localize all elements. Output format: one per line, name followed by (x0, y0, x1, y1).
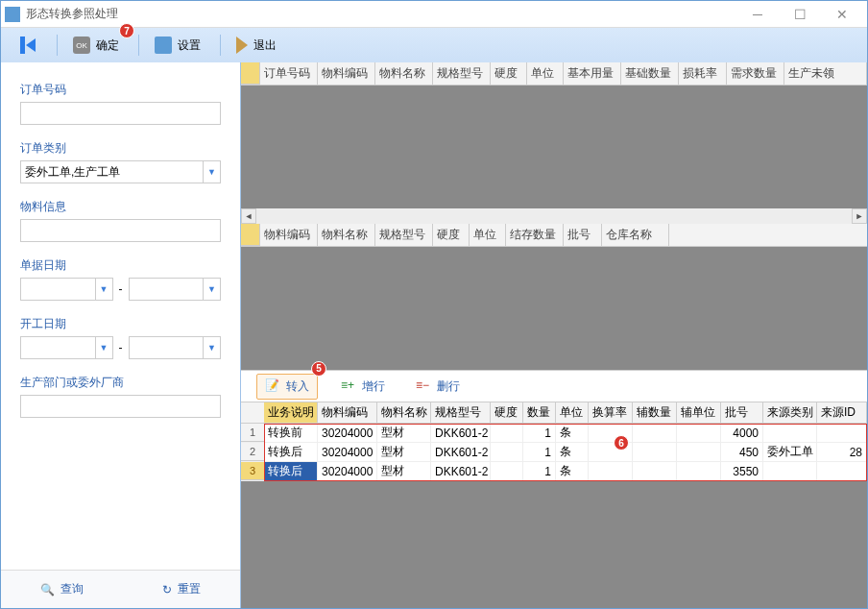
cell-name[interactable]: 型材 (377, 462, 431, 480)
doc-date-from[interactable]: ▼ (20, 278, 113, 301)
doc-date-to[interactable]: ▼ (129, 278, 222, 301)
cell-src_id[interactable]: 28 (817, 443, 867, 461)
delrow-button[interactable]: ≡− 删行 (408, 375, 468, 399)
col-material-code[interactable]: 物料编码 (318, 62, 375, 85)
cell-src_type[interactable]: 委外工单 (763, 443, 817, 461)
exit-button[interactable]: 退出 (227, 33, 286, 58)
col-dbatch[interactable]: 批号 (721, 402, 763, 424)
cell-qty[interactable]: 1 (523, 424, 556, 442)
row-selector-header[interactable] (241, 62, 260, 85)
cell-name[interactable]: 型材 (377, 424, 431, 442)
col-drate[interactable]: 换算率 (589, 402, 633, 424)
col-dauxunit[interactable]: 辅单位 (677, 402, 721, 424)
scroll-right-icon[interactable]: ► (852, 208, 867, 224)
cell-hard[interactable] (491, 443, 523, 461)
cell-rate[interactable] (589, 462, 633, 480)
addrow-button[interactable]: ≡+ 增行 (333, 375, 393, 399)
table-row[interactable]: 2转换后30204000型材DKK601-21条450委外工单28 (241, 443, 867, 462)
col-spec[interactable]: 规格型号 (433, 62, 491, 85)
cell-batch[interactable]: 450 (721, 443, 763, 461)
col-hardness[interactable]: 硬度 (491, 62, 527, 85)
col-munit[interactable]: 单位 (470, 224, 506, 246)
start-date-from[interactable]: ▼ (20, 336, 113, 359)
col-batch[interactable]: 批号 (564, 224, 602, 246)
cell-src_id[interactable] (817, 462, 867, 480)
col-demand-qty[interactable]: 需求数量 (727, 62, 784, 85)
cell-spec[interactable]: DKK601-2 (431, 424, 491, 442)
row-selector-header[interactable] (241, 224, 260, 246)
cell-desc[interactable]: 转换前 (264, 424, 318, 442)
cell-desc[interactable]: 转换后 (264, 462, 318, 480)
cell-hard[interactable] (491, 462, 523, 480)
row-number[interactable]: 1 (241, 424, 264, 442)
col-dauxqty[interactable]: 辅数量 (633, 402, 677, 424)
col-mhard[interactable]: 硬度 (433, 224, 470, 246)
material-input[interactable] (20, 219, 221, 242)
col-mspec[interactable]: 规格型号 (375, 224, 433, 246)
cell-code[interactable]: 30204000 (318, 443, 377, 461)
cell-batch[interactable]: 3550 (721, 462, 763, 480)
col-dqty[interactable]: 数量 (523, 402, 556, 424)
cell-unit[interactable]: 条 (556, 462, 589, 480)
cell-aux_qty[interactable] (633, 443, 677, 461)
col-dsrctype[interactable]: 来源类别 (763, 402, 817, 424)
cell-aux_unit[interactable] (677, 443, 721, 461)
col-desc[interactable]: 业务说明 (264, 402, 318, 424)
row-number[interactable]: 2 (241, 443, 264, 461)
cell-qty[interactable]: 1 (523, 462, 556, 480)
cell-aux_qty[interactable] (633, 424, 677, 442)
col-mcode[interactable]: 物料编码 (260, 224, 318, 246)
reset-button[interactable]: ↻ 重置 (153, 577, 210, 601)
col-dspec[interactable]: 规格型号 (431, 402, 491, 424)
col-order-no[interactable]: 订单号码 (260, 62, 318, 85)
cell-aux_unit[interactable] (677, 424, 721, 442)
row-num-header[interactable] (241, 402, 264, 424)
start-date-to[interactable]: ▼ (129, 336, 222, 359)
col-base-usage[interactable]: 基本用量 (564, 62, 621, 85)
cell-aux_qty[interactable] (633, 462, 677, 480)
col-dcode[interactable]: 物料编码 (318, 402, 377, 424)
orders-hscroll[interactable]: ◄ ► (241, 208, 867, 224)
cell-desc[interactable]: 转换后 (264, 443, 318, 461)
stock-grid-body[interactable] (241, 247, 867, 370)
col-base-qty[interactable]: 基础数量 (621, 62, 679, 85)
table-row[interactable]: 3转换后30204000型材DKK601-21条3550 (241, 462, 867, 481)
cell-aux_unit[interactable] (677, 462, 721, 480)
order-type-combo[interactable]: 委外工单,生产工单 ▼ (20, 160, 221, 183)
col-unit[interactable]: 单位 (527, 62, 564, 85)
cell-hard[interactable] (491, 424, 523, 442)
col-prod-unreceived[interactable]: 生产未领 (784, 62, 867, 85)
maximize-button[interactable]: ☐ (779, 2, 821, 27)
cell-code[interactable]: 30204000 (318, 462, 377, 480)
close-button[interactable]: ✕ (821, 2, 863, 27)
col-dsrcid[interactable]: 来源ID (817, 402, 867, 424)
minimize-button[interactable]: ─ (736, 2, 779, 27)
cell-batch[interactable]: 4000 (721, 424, 763, 442)
cell-spec[interactable]: DKK601-2 (431, 462, 491, 480)
col-loss-rate[interactable]: 损耗率 (679, 62, 727, 85)
col-mname[interactable]: 物料名称 (318, 224, 375, 246)
zhuanru-button[interactable]: 📝 转入 5 (256, 374, 318, 400)
row-number[interactable]: 3 (241, 462, 264, 480)
dept-input[interactable] (20, 395, 221, 418)
col-dname[interactable]: 物料名称 (377, 402, 431, 424)
cell-qty[interactable]: 1 (523, 443, 556, 461)
confirm-button[interactable]: 确定 7 (63, 33, 129, 58)
cell-src_type[interactable] (763, 462, 817, 480)
cell-src_type[interactable] (763, 424, 817, 442)
col-dunit[interactable]: 单位 (556, 402, 589, 424)
cell-unit[interactable]: 条 (556, 424, 589, 442)
col-warehouse[interactable]: 仓库名称 (602, 224, 669, 246)
settings-button[interactable]: 设置 (145, 33, 210, 58)
first-button[interactable] (11, 33, 47, 58)
cell-unit[interactable]: 条 (556, 443, 589, 461)
cell-spec[interactable]: DKK601-2 (431, 443, 491, 461)
col-balance[interactable]: 结存数量 (506, 224, 564, 246)
cell-code[interactable]: 30204000 (318, 424, 377, 442)
col-material-name[interactable]: 物料名称 (375, 62, 433, 85)
cell-src_id[interactable] (817, 424, 867, 442)
orders-grid-body[interactable] (241, 85, 867, 208)
table-row[interactable]: 1转换前30204000型材DKK601-21条4000 (241, 424, 867, 443)
query-button[interactable]: 🔍 查询 (31, 577, 93, 601)
col-dhard[interactable]: 硬度 (491, 402, 523, 424)
